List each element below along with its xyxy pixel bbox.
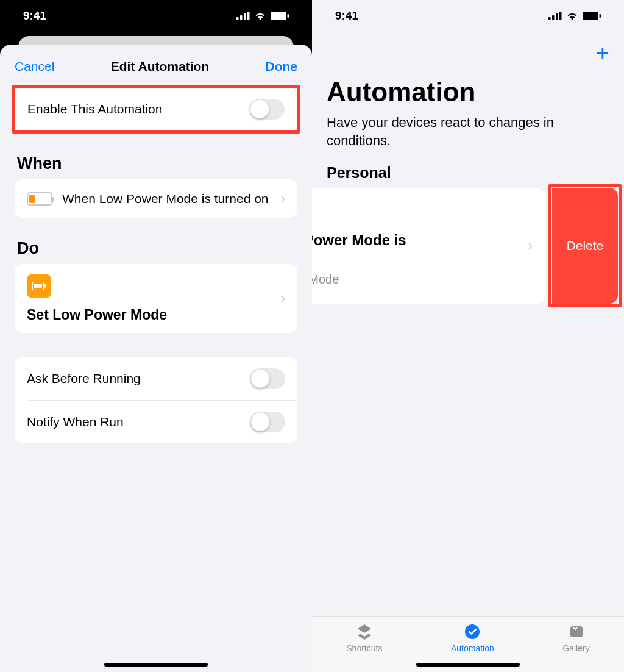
status-icons (236, 12, 289, 20)
battery-action-icon (27, 274, 51, 298)
wifi-icon (566, 12, 578, 20)
svg-rect-14 (600, 14, 601, 18)
svg-rect-2 (244, 13, 246, 20)
svg-rect-8 (44, 284, 46, 288)
page-title: Automation (312, 32, 624, 113)
shortcuts-icon (355, 623, 374, 641)
svg-rect-5 (288, 14, 289, 18)
tab-gallery[interactable]: Gallery (562, 623, 589, 653)
svg-rect-7 (34, 284, 42, 288)
low-battery-icon (27, 192, 52, 206)
delete-button[interactable]: Delete (552, 188, 618, 304)
automation-subtitle: Power Mode (312, 273, 533, 287)
status-bar: 9:41 (312, 0, 624, 32)
enable-toggle[interactable] (249, 99, 285, 120)
battery-icon (271, 12, 289, 20)
wifi-icon (254, 12, 266, 20)
do-label: Set Low Power Mode (27, 307, 167, 323)
notify-toggle[interactable] (250, 412, 285, 432)
cellular-icon (236, 12, 250, 20)
svg-rect-11 (556, 13, 558, 20)
tab-automation-label: Automation (451, 643, 494, 653)
when-condition-row[interactable]: When Low Power Mode is turned on › (15, 179, 297, 218)
ask-label: Ask Before Running (27, 371, 250, 386)
status-time: 9:41 (23, 9, 46, 23)
done-button[interactable]: Done (266, 59, 298, 74)
tab-shortcuts-label: Shortcuts (346, 643, 382, 653)
svg-rect-4 (271, 12, 286, 20)
home-indicator (416, 663, 520, 667)
status-bar: 9:41 (0, 0, 312, 32)
cancel-button[interactable]: Cancel (15, 59, 54, 74)
nav-title: Edit Automation (111, 59, 209, 74)
ask-before-running-row[interactable]: Ask Before Running (15, 357, 297, 400)
do-action-row[interactable]: Set Low Power Mode › (15, 264, 297, 333)
automation-row-swipe[interactable]: → Low Power Mode isd on Power Mode › Del… (327, 188, 624, 304)
notify-when-run-row[interactable]: Notify When Run (15, 401, 297, 443)
nav-bar: Cancel Edit Automation Done (0, 51, 312, 85)
enable-highlight: Enable This Automation (12, 85, 300, 134)
phone-left-edit-automation: 9:41 Cancel Edit Automation Done Enable … (0, 0, 312, 672)
gallery-icon (567, 623, 586, 641)
automation-title: Low Power Mode isd on (312, 231, 533, 268)
enable-label: Enable This Automation (27, 102, 249, 116)
chevron-right-icon: › (281, 291, 285, 307)
tab-shortcuts[interactable]: Shortcuts (346, 623, 382, 653)
status-icons (548, 12, 601, 20)
home-indicator (104, 663, 208, 667)
cellular-icon (548, 12, 562, 20)
svg-rect-10 (552, 15, 555, 20)
status-time: 9:41 (335, 9, 358, 23)
add-automation-button[interactable]: + (596, 41, 609, 65)
notify-label: Notify When Run (27, 415, 250, 429)
svg-rect-1 (240, 15, 243, 20)
phone-right-automation-list: 9:41 + Automation Have your devices reac… (312, 0, 624, 672)
when-heading: When (0, 145, 312, 179)
page-subtitle: Have your devices react to changes in co… (312, 113, 624, 164)
svg-rect-9 (548, 17, 551, 20)
personal-section-heading: Personal (312, 164, 624, 188)
svg-rect-13 (583, 12, 598, 20)
automation-icon (463, 623, 481, 641)
automation-screen: + Automation Have your devices react to … (312, 32, 624, 672)
enable-automation-row[interactable]: Enable This Automation (15, 88, 297, 130)
svg-rect-12 (559, 12, 562, 20)
svg-point-18 (465, 624, 480, 639)
edit-sheet: Cancel Edit Automation Done Enable This … (0, 45, 312, 672)
chevron-right-icon: › (528, 238, 533, 254)
tab-gallery-label: Gallery (562, 643, 589, 653)
battery-icon (583, 12, 601, 20)
tab-automation[interactable]: Automation (451, 623, 494, 653)
delete-label: Delete (567, 238, 604, 253)
do-heading: Do (0, 229, 312, 264)
when-text: When Low Power Mode is turned on (62, 190, 276, 207)
ask-toggle[interactable] (250, 368, 285, 389)
svg-rect-0 (236, 17, 239, 20)
automation-card[interactable]: → Low Power Mode isd on Power Mode › (312, 188, 545, 304)
svg-rect-3 (247, 12, 250, 20)
chevron-right-icon: › (281, 191, 285, 207)
